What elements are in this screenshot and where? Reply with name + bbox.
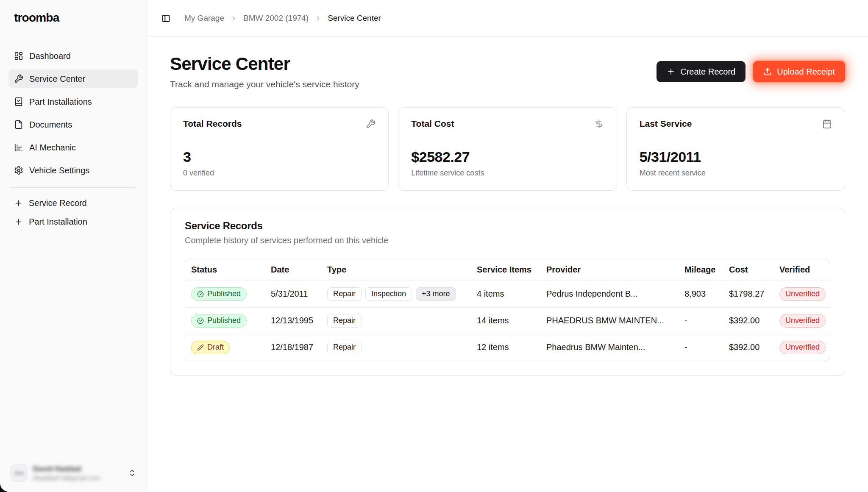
sidebar-item-label: Dashboard	[29, 51, 71, 61]
stat-value: 5/31/2011	[640, 149, 832, 165]
provider-cell: Pedrus Independent B...	[540, 281, 679, 307]
gear-icon	[14, 166, 23, 175]
date-cell: 12/18/1987	[265, 334, 321, 361]
sidebar-item-vehicle-settings[interactable]: Vehicle Settings	[8, 161, 138, 180]
page-header: Service Center Track and manage your veh…	[170, 54, 845, 89]
mileage-cell: -	[679, 334, 723, 361]
mileage-cell: -	[679, 307, 723, 334]
user-name: David Haddad	[33, 465, 123, 473]
sidebar-quick-actions: Service Record Part Installation	[8, 195, 138, 230]
stat-subtitle: Lifetime service costs	[411, 169, 604, 178]
column-header-items: Service Items	[471, 259, 540, 281]
verified-badge: Unverified	[779, 341, 826, 354]
service-records-section: Service Records Complete history of serv…	[170, 208, 845, 376]
section-title: Service Records	[185, 220, 830, 232]
provider-cell: Phaedrus BMW Mainten...	[540, 334, 679, 361]
mileage-cell: 8,903	[679, 281, 723, 307]
items-cell: 14 items	[471, 307, 540, 334]
chevrons-up-down-icon	[128, 469, 136, 477]
status-badge: Published	[191, 314, 247, 328]
upload-receipt-button[interactable]: Upload Receipt	[753, 61, 845, 82]
quick-action-label: Part Installation	[29, 217, 87, 227]
table-row[interactable]: Draft 12/18/1987 Repair 12 items Phaedru…	[185, 334, 830, 361]
topbar: My Garage BMW 2002 (1974) Service Center	[147, 0, 868, 37]
breadcrumb-vehicle[interactable]: BMW 2002 (1974)	[243, 14, 309, 23]
sidebar-item-label: Service Center	[29, 74, 85, 84]
wrench-icon	[14, 74, 23, 83]
column-header-type: Type	[321, 259, 471, 281]
table-row[interactable]: Published 12/13/1995 Repair 14 items PHA…	[185, 307, 830, 334]
sidebar-nav: Dashboard Service Center Part Installati…	[8, 47, 138, 180]
sidebar-item-label: AI Mechanic	[29, 143, 76, 153]
chevron-right-icon	[230, 15, 237, 22]
plus-icon	[14, 199, 23, 208]
date-cell: 12/13/1995	[265, 307, 321, 334]
column-header-provider: Provider	[540, 259, 679, 281]
sidebar-item-label: Vehicle Settings	[29, 166, 89, 175]
app-window: troomba Dashboard Service Center Part In…	[0, 0, 868, 492]
sidebar-item-ai-mechanic[interactable]: AI Mechanic	[8, 138, 138, 157]
circle-check-icon	[197, 317, 204, 324]
upload-icon	[763, 67, 772, 76]
app-logo: troomba	[14, 11, 138, 25]
page-title: Service Center	[170, 54, 359, 74]
main-area: My Garage BMW 2002 (1974) Service Center…	[147, 0, 868, 492]
dashboard-icon	[14, 51, 23, 61]
verified-badge: Unverified	[779, 287, 826, 301]
type-chip: Repair	[327, 314, 362, 328]
calendar-icon	[822, 119, 832, 129]
bar-chart-icon	[14, 143, 23, 152]
items-cell: 12 items	[471, 334, 540, 361]
circle-check-icon	[197, 291, 204, 297]
stat-card-total-records: Total Records 3 0 verified	[170, 107, 389, 191]
type-chip: Repair	[327, 341, 362, 354]
stat-subtitle: Most recent service	[640, 169, 832, 178]
sidebar-item-dashboard[interactable]: Dashboard	[8, 47, 138, 65]
type-chip: Inspection	[365, 287, 412, 301]
create-record-button[interactable]: Create Record	[657, 61, 746, 82]
page-subtitle: Track and manage your vehicle's service …	[170, 79, 359, 89]
sidebar: troomba Dashboard Service Center Part In…	[0, 0, 147, 492]
cost-cell: $392.00	[723, 307, 773, 334]
stat-card-total-cost: Total Cost $2582.27 Lifetime service cos…	[398, 107, 617, 191]
book-check-icon	[14, 97, 23, 106]
stat-value: 3	[183, 149, 376, 165]
dollar-icon	[594, 119, 604, 129]
type-chip: Repair	[327, 287, 362, 301]
chevron-right-icon	[314, 15, 322, 22]
stat-title: Total Records	[183, 119, 242, 129]
sidebar-item-label: Part Installations	[29, 97, 92, 107]
quick-add-service-record[interactable]: Service Record	[8, 195, 138, 211]
stat-card-last-service: Last Service 5/31/2011 Most recent servi…	[626, 107, 845, 191]
verified-badge: Unverified	[779, 314, 826, 328]
type-chips: Repair Inspection +3 more	[327, 287, 467, 301]
status-badge: Published	[191, 287, 247, 301]
sidebar-item-documents[interactable]: Documents	[8, 115, 138, 134]
header-actions: Create Record Upload Receipt	[657, 61, 845, 82]
sidebar-item-service-center[interactable]: Service Center	[8, 69, 138, 88]
quick-add-part-installation[interactable]: Part Installation	[8, 213, 138, 230]
panel-left-icon	[161, 14, 170, 23]
stat-title: Total Cost	[411, 119, 454, 129]
stats-row: Total Records 3 0 verified Total Cost $2…	[170, 107, 845, 191]
provider-cell: PHAEDRUS BMW MAINTEN...	[540, 307, 679, 334]
date-cell: 5/31/2011	[265, 281, 321, 307]
table-row[interactable]: Published 5/31/2011 Repair Inspection +3…	[185, 281, 830, 307]
pencil-icon	[197, 344, 204, 351]
column-header-cost: Cost	[723, 259, 773, 281]
sidebar-item-part-installations[interactable]: Part Installations	[8, 92, 138, 111]
sidebar-toggle-button[interactable]	[158, 11, 173, 26]
avatar: DH	[10, 464, 28, 482]
breadcrumb-my-garage[interactable]: My Garage	[184, 14, 224, 23]
sidebar-item-label: Documents	[29, 120, 72, 130]
user-menu-button[interactable]: DH David Haddad dhaddad74@gmail.com	[8, 461, 138, 484]
column-header-date: Date	[265, 259, 321, 281]
column-header-verified: Verified	[773, 259, 830, 281]
plus-icon	[667, 67, 675, 76]
type-chips: Repair	[327, 341, 467, 354]
stat-subtitle: 0 verified	[183, 169, 376, 178]
breadcrumb: My Garage BMW 2002 (1974) Service Center	[184, 14, 381, 23]
type-chips: Repair	[327, 314, 467, 328]
file-icon	[14, 120, 23, 129]
breadcrumb-current: Service Center	[328, 14, 381, 23]
